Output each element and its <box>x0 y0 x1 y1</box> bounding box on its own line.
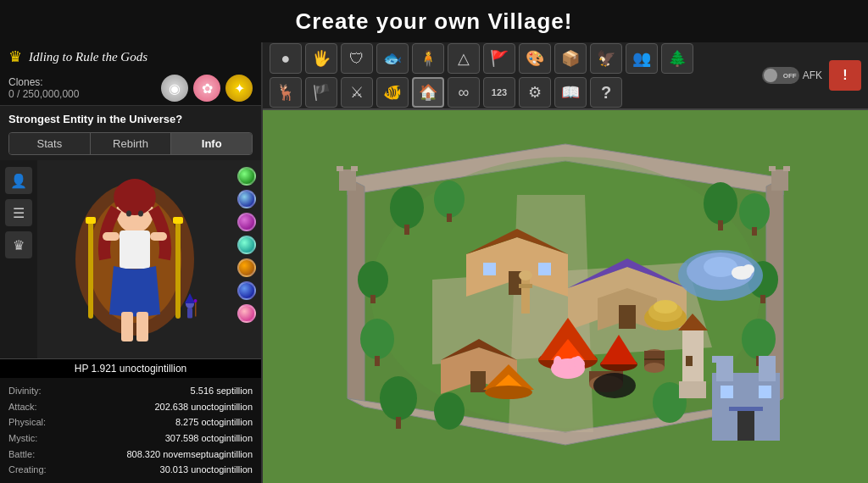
tab-info[interactable]: Info <box>171 133 252 154</box>
svg-point-30 <box>358 261 388 298</box>
stats-area: Divinity: 5.516 septillion Attack: 202.6… <box>0 378 261 483</box>
alert-button[interactable]: ! <box>829 60 861 91</box>
toolbar-rows: ● 🖐 🛡 🐟 🧍 △ 🚩 🎨 📦 🦅 👥 🌲 🦌 🏴 <box>270 43 748 108</box>
right-panel: ● 🖐 🛡 🐟 🧍 △ 🚩 🎨 📦 🦅 👥 🌲 🦌 🏴 <box>263 42 868 483</box>
crown-icon: ♛ <box>8 47 22 66</box>
toolbar-btn-number[interactable]: 123 <box>483 77 515 108</box>
gold-resource-icon[interactable]: ✦ <box>225 75 253 102</box>
clones-label: Clones: <box>8 76 79 88</box>
toolbar-btn-chest[interactable]: 📦 <box>554 43 587 74</box>
svg-rect-33 <box>375 356 380 366</box>
stat-value-creating: 30.013 unoctogintillion <box>160 462 253 478</box>
barrel <box>644 349 665 373</box>
stat-row-creating: Creating: 30.013 unoctogintillion <box>8 462 253 478</box>
afk-label: AFK <box>803 69 822 81</box>
toggle-off-text: OFF <box>783 72 797 80</box>
svg-rect-91 <box>519 284 532 288</box>
gem-purple <box>237 213 256 231</box>
svg-rect-12 <box>136 312 148 341</box>
stat-name-mystic: Mystic: <box>8 430 37 447</box>
svg-rect-27 <box>718 220 723 230</box>
svg-rect-73 <box>729 407 763 411</box>
left-panel: ♛ Idling to Rule the Gods Clones: 0 / 25… <box>0 42 263 483</box>
svg-point-61 <box>574 356 582 369</box>
gem-pink <box>237 304 256 323</box>
svg-rect-9 <box>103 232 120 241</box>
toolbar-btn-banner[interactable]: 🏴 <box>305 77 337 108</box>
svg-point-26 <box>704 182 737 225</box>
svg-rect-35 <box>760 295 765 303</box>
fountain <box>678 250 763 301</box>
page-header: Create your own Village! <box>0 0 868 42</box>
svg-rect-86 <box>771 169 788 191</box>
rose-resource-icon[interactable]: ✿ <box>193 75 220 102</box>
wall-corner-tr <box>769 166 790 191</box>
game-title: Idling to Rule the Gods <box>29 50 147 64</box>
toolbar-btn-book[interactable]: 📖 <box>554 77 587 108</box>
toolbar-btn-animal[interactable]: 🦌 <box>270 77 302 108</box>
svg-rect-8 <box>120 230 150 269</box>
game-canvas[interactable] <box>263 110 868 483</box>
svg-point-22 <box>390 186 424 229</box>
hp-text: HP 1.921 unoctogintillion <box>75 363 187 375</box>
gem-cyan <box>237 236 256 254</box>
svg-rect-2 <box>88 217 93 319</box>
stat-value-attack: 202.638 unoctogintillion <box>154 399 253 415</box>
svg-rect-3 <box>86 217 96 224</box>
stat-name-divinity: Divinity: <box>8 383 42 399</box>
svg-rect-89 <box>521 275 530 314</box>
toolbar-btn-light[interactable]: ● <box>270 43 302 74</box>
gem-dark-blue <box>237 281 256 300</box>
toolbar-btn-sword[interactable]: ⚔ <box>341 77 373 108</box>
toolbar-btn-building[interactable]: 🏠 <box>412 77 444 108</box>
stat-row-attack: Attack: 202.638 unoctogintillion <box>8 399 253 415</box>
game-title-bar: ♛ Idling to Rule the Gods <box>0 42 261 71</box>
svg-point-28 <box>739 193 770 230</box>
svg-point-90 <box>519 270 532 280</box>
toolbar-btn-person[interactable]: 🧍 <box>412 43 444 74</box>
character-icon[interactable]: 👤 <box>5 167 32 194</box>
stat-name-physical: Physical: <box>8 414 46 430</box>
afk-toggle-switch[interactable]: OFF <box>762 67 799 84</box>
crown-side-icon[interactable]: ♛ <box>5 231 32 258</box>
silver-resource-icon[interactable]: ◉ <box>161 75 188 102</box>
gem-orange <box>237 258 256 277</box>
tab-rebirth[interactable]: Rebirth <box>91 133 172 154</box>
svg-rect-25 <box>447 214 452 222</box>
toolbar-btn-flag[interactable]: 🚩 <box>483 43 515 74</box>
svg-rect-83 <box>339 169 356 191</box>
toolbar-btn-tree[interactable]: 🌲 <box>661 43 693 74</box>
toolbar-btn-infinity[interactable]: ∞ <box>448 77 480 108</box>
toolbar-btn-shield[interactable]: 🛡 <box>341 43 373 74</box>
svg-point-24 <box>434 180 465 218</box>
svg-rect-4 <box>175 217 181 319</box>
menu-icon[interactable]: ☰ <box>5 199 32 226</box>
svg-point-60 <box>554 356 562 369</box>
svg-rect-65 <box>679 381 706 398</box>
svg-point-32 <box>360 319 394 359</box>
tab-stats[interactable]: Stats <box>9 133 91 154</box>
toolbar-btn-gear[interactable]: ⚙ <box>519 77 551 108</box>
svg-rect-46 <box>538 263 551 275</box>
svg-rect-47 <box>619 305 636 329</box>
svg-rect-71 <box>721 386 733 398</box>
stat-row-mystic: Mystic: 307.598 octogintillion <box>8 430 253 447</box>
svg-rect-84 <box>337 166 343 171</box>
toolbar-btn-fish2[interactable]: 🐠 <box>376 77 409 108</box>
toolbar-btn-people[interactable]: 👥 <box>626 43 658 74</box>
svg-rect-69 <box>712 356 721 363</box>
toolbar-btn-hand[interactable]: 🖐 <box>305 43 337 74</box>
character-tabs: Stats Rebirth Info <box>8 132 253 155</box>
svg-point-36 <box>742 319 776 359</box>
stat-row-physical: Physical: 8.275 octogintillion <box>8 414 253 430</box>
character-area: 👤 ☰ ♛ <box>0 160 261 358</box>
toolbar-btn-bird[interactable]: 🦅 <box>590 43 622 74</box>
toolbar-btn-question[interactable]: ? <box>590 77 622 108</box>
toolbar-btn-fish[interactable]: 🐟 <box>376 43 409 74</box>
svg-rect-5 <box>173 217 183 224</box>
toolbar-btn-palette[interactable]: 🎨 <box>519 43 551 74</box>
toolbar-btn-pyramid[interactable]: △ <box>448 43 480 74</box>
toolbar-row1: ● 🖐 🛡 🐟 🧍 △ 🚩 🎨 📦 🦅 👥 🌲 <box>270 43 748 74</box>
svg-point-75 <box>485 386 532 399</box>
svg-point-14 <box>138 210 143 216</box>
